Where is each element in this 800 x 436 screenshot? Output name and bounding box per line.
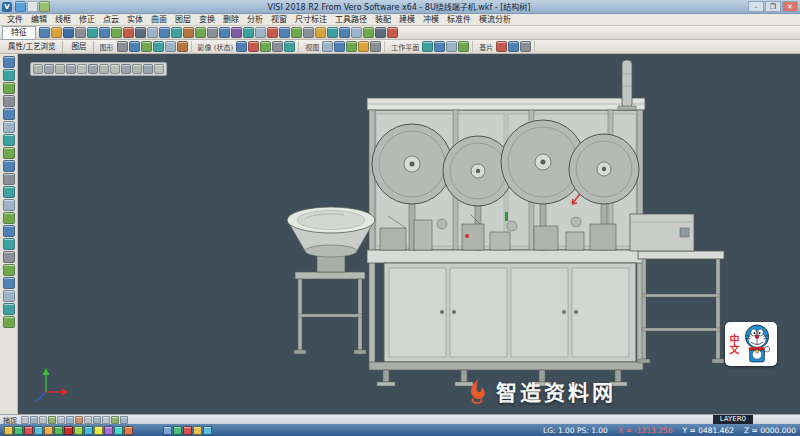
toolbar-icon[interactable] xyxy=(24,426,33,435)
layer-selector[interactable]: LAYER0 xyxy=(713,415,753,424)
toolbar-icon[interactable] xyxy=(110,64,120,74)
toolbar-icon[interactable] xyxy=(3,264,15,276)
toolbar-icon[interactable] xyxy=(34,426,43,435)
toolbar-icon[interactable] xyxy=(236,41,247,52)
toolbar-icon[interactable] xyxy=(33,64,43,74)
toolbar-icon[interactable] xyxy=(358,41,369,52)
menu-item[interactable]: 线框 xyxy=(51,14,75,26)
toolbar-icon[interactable] xyxy=(303,27,314,38)
toolbar-icon[interactable] xyxy=(327,27,338,38)
toolbar-icon[interactable] xyxy=(21,416,29,424)
toolbar-icon[interactable] xyxy=(520,41,531,52)
toolbar-icon[interactable] xyxy=(255,27,266,38)
menu-item[interactable]: 冲模 xyxy=(419,14,443,26)
menu-item[interactable]: 文件 xyxy=(3,14,27,26)
toolbar-icon[interactable] xyxy=(3,303,15,315)
toolbar-icon[interactable] xyxy=(165,41,176,52)
new-file-icon[interactable] xyxy=(39,27,50,38)
toolbar-icon[interactable] xyxy=(3,186,15,198)
toolbar-icon[interactable] xyxy=(84,426,93,435)
toolbar-icon[interactable] xyxy=(111,27,122,38)
toolbar-icon[interactable] xyxy=(3,121,15,133)
toolbar-icon[interactable] xyxy=(334,41,345,52)
toolbar-icon[interactable] xyxy=(114,426,123,435)
menu-item[interactable]: 建模 xyxy=(395,14,419,26)
toolbar-icon[interactable] xyxy=(74,426,83,435)
toolbar-icon[interactable] xyxy=(3,277,15,289)
toolbar-icon[interactable] xyxy=(195,27,206,38)
toolbar-icon[interactable] xyxy=(3,316,15,328)
toolbar-icon[interactable] xyxy=(284,41,295,52)
side-table[interactable] xyxy=(638,251,724,363)
toolbar-icon[interactable] xyxy=(54,426,63,435)
menu-item[interactable]: 修正 xyxy=(75,14,99,26)
toolbar-icon[interactable] xyxy=(143,64,153,74)
toolbar-icon[interactable] xyxy=(279,27,290,38)
toolbar-icon[interactable] xyxy=(14,426,23,435)
toolbar-icon[interactable] xyxy=(219,27,230,38)
toolbar-icon[interactable] xyxy=(3,225,15,237)
toolbar-icon[interactable] xyxy=(4,426,13,435)
menu-item[interactable]: 曲面 xyxy=(147,14,171,26)
menu-item[interactable]: 分析 xyxy=(243,14,267,26)
toolbar-icon[interactable] xyxy=(88,64,98,74)
toolbar-icon[interactable] xyxy=(3,251,15,263)
menu-item[interactable]: 尺寸标注 xyxy=(291,14,331,26)
toolbar-icon[interactable] xyxy=(132,64,142,74)
open-file-icon[interactable] xyxy=(51,27,62,38)
toolbar-icon[interactable] xyxy=(75,416,83,424)
menu-item[interactable]: 视窗 xyxy=(267,14,291,26)
toolbar-icon[interactable] xyxy=(3,108,15,120)
toolbar-icon[interactable] xyxy=(39,416,47,424)
viewport-3d[interactable]: 中文 xyxy=(18,54,800,414)
toolbar-icon[interactable] xyxy=(57,416,65,424)
toolbar-icon[interactable] xyxy=(66,416,74,424)
reel-4[interactable] xyxy=(569,134,639,204)
toolbar-icon[interactable] xyxy=(177,41,188,52)
close-button[interactable]: ✕ xyxy=(782,1,798,12)
menu-item[interactable]: 模流分析 xyxy=(475,14,515,26)
machine-3d-model[interactable] xyxy=(18,54,800,414)
toolbar-icon[interactable] xyxy=(3,134,15,146)
toolbar-icon[interactable] xyxy=(387,27,398,38)
toolbar-icon[interactable] xyxy=(99,27,110,38)
toolbar-icon[interactable] xyxy=(171,27,182,38)
toolbar-icon[interactable] xyxy=(272,41,283,52)
toolbar-icon[interactable] xyxy=(129,41,140,52)
toolbar-icon[interactable] xyxy=(141,41,152,52)
toolbar-icon[interactable] xyxy=(183,426,192,435)
toolbar-icon[interactable] xyxy=(203,426,212,435)
toolbar-icon[interactable] xyxy=(291,27,302,38)
toolbar-icon[interactable] xyxy=(135,27,146,38)
toolbar-icon[interactable] xyxy=(231,27,242,38)
toolbar-icon[interactable] xyxy=(267,27,278,38)
cabinet[interactable] xyxy=(384,263,636,362)
toolbar-icon[interactable] xyxy=(3,173,15,185)
menu-item[interactable]: 变换 xyxy=(195,14,219,26)
toolbar-icon[interactable] xyxy=(183,27,194,38)
toolbar-icon[interactable] xyxy=(120,416,128,424)
toolbar-icon[interactable] xyxy=(496,41,507,52)
menu-item[interactable]: 编辑 xyxy=(27,14,51,26)
toolbar-icon[interactable] xyxy=(375,27,386,38)
toolbar-icon[interactable] xyxy=(3,290,15,302)
menu-item[interactable]: 点云 xyxy=(99,14,123,26)
toolbar-icon[interactable] xyxy=(322,41,333,52)
maximize-button[interactable]: ❐ xyxy=(765,1,781,12)
toolbar-icon[interactable] xyxy=(111,416,119,424)
toolbar-icon[interactable] xyxy=(123,27,134,38)
toolbar-icon[interactable] xyxy=(351,27,362,38)
menu-item[interactable]: 工具路径 xyxy=(331,14,371,26)
tab-layers[interactable]: 图层 xyxy=(66,41,94,53)
toolbar-icon[interactable] xyxy=(3,238,15,250)
toolbar-icon[interactable] xyxy=(44,426,53,435)
toolbar-icon[interactable] xyxy=(153,41,164,52)
menu-item[interactable]: 标准件 xyxy=(443,14,475,26)
toolbar-icon[interactable] xyxy=(27,1,38,12)
toolbar-icon[interactable] xyxy=(77,64,87,74)
toolbar-icon[interactable] xyxy=(30,416,38,424)
toolbar-icon[interactable] xyxy=(3,56,15,68)
menu-item[interactable]: 图层 xyxy=(171,14,195,26)
toolbar-icon[interactable] xyxy=(39,1,50,12)
toolbar-icon[interactable] xyxy=(3,82,15,94)
